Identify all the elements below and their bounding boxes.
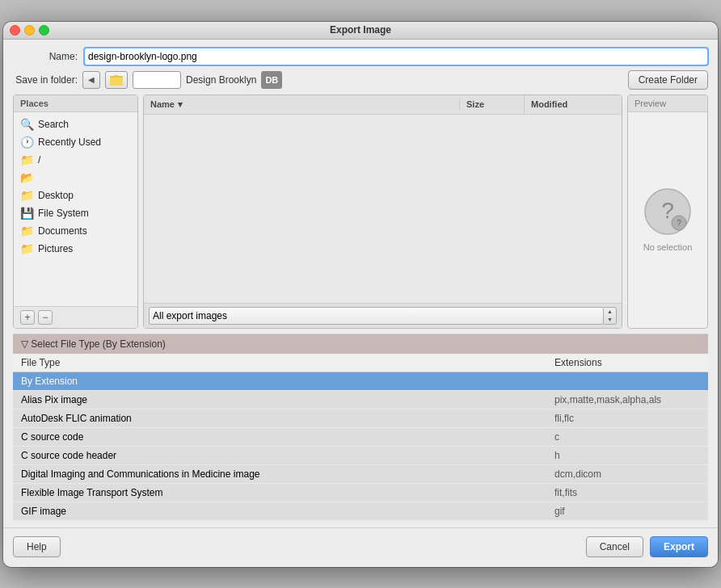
main-panel: Places 🔍 Search 🕐 Recently Used 📁 / [13,94,708,329]
ft-ext-dicom: dcm,dicom [546,465,708,483]
ft-ext-c-source: c [546,428,708,446]
filename-input[interactable] [84,48,708,65]
filetype-row-dicom[interactable]: Digital Imaging and Communications in Me… [13,465,708,484]
search-icon: 🔍 [20,118,34,131]
sidebar-item-documents[interactable]: 📁 Documents [14,222,137,240]
folder-name-display: Design Brooklyn [186,74,256,86]
folder-back-button[interactable]: ◀ [82,71,100,89]
ft-ext-by-extension [546,372,708,390]
places-footer: + − [14,306,137,328]
col-size-header[interactable]: Size [460,95,525,114]
preview-header: Preview [628,95,707,112]
export-button[interactable]: Export [650,536,708,557]
svg-text:?: ? [661,198,674,223]
home-folder-icon: 📂 [20,171,34,184]
svg-text:?: ? [677,219,681,228]
filetype-col-headers: File Type Extensions [13,354,708,372]
col-filetype-label: File Type [13,354,546,372]
add-place-button[interactable]: + [20,310,35,325]
sidebar-item-root[interactable]: 📁 / [14,151,137,169]
filetype-section: ▽ Select File Type (By Extension) File T… [13,334,708,521]
help-button[interactable]: Help [13,536,61,557]
export-image-dialog: Export Image Name: Save in folder: ◀ Des… [3,22,718,567]
no-selection-text: No selection [643,242,693,252]
pictures-icon: 📁 [20,242,34,255]
folder-icon [110,74,123,86]
filetype-header-label: ▽ Select File Type (By Extension) [21,338,166,350]
maximize-button[interactable] [39,25,49,36]
ft-name-c-header: C source code header [13,447,546,464]
places-list: 🔍 Search 🕐 Recently Used 📁 / 📂 [14,112,137,306]
file-browser-panel: Name ▾ Size Modified All export images P… [143,94,622,329]
name-label: Name: [13,51,78,62]
file-footer: All export images PNG image JPEG image T… [144,303,622,328]
filetype-row-gif[interactable]: GIF image gif [13,502,708,521]
window-title: Export Image [330,24,391,36]
folder-icon: 📁 [20,153,34,166]
ft-name-alias-pix: Alias Pix image [13,391,546,409]
ft-ext-autodesk-flic: fli,flc [546,410,708,427]
sidebar-item-search[interactable]: 🔍 Search [14,116,137,133]
preview-body: ? ? No selection [628,112,707,328]
ft-ext-gif: gif [546,502,708,520]
ft-ext-alias-pix: pix,matte,mask,alpha,als [546,391,708,409]
spinner-down[interactable]: ▼ [604,316,616,324]
sidebar-item-filesystem-label: File System [38,208,89,219]
preview-panel: Preview ? ? No selection [627,94,708,329]
folder-icon-button[interactable] [105,71,128,89]
file-header: Name ▾ Size Modified [144,95,622,115]
col-extensions-label: Extensions [546,354,708,372]
recently-used-icon: 🕐 [20,136,34,149]
cancel-button[interactable]: Cancel [586,536,643,557]
spinner-up[interactable]: ▲ [604,308,616,316]
filesystem-icon: 💾 [20,207,34,220]
ft-name-by-extension: By Extension [13,372,546,390]
create-folder-button[interactable]: Create Folder [628,70,708,90]
ft-name-fits: Flexible Image Transport System [13,484,546,502]
filetype-rows: By Extension Alias Pix image pix,matte,m… [13,372,708,521]
no-preview-icon: ? ? [643,187,692,236]
filetype-header[interactable]: ▽ Select File Type (By Extension) [13,334,708,354]
sidebar-item-desktop[interactable]: 📁 Desktop [14,187,137,204]
filetype-row-autodesk-flic[interactable]: AutoDesk FLIC animation fli,flc [13,410,708,428]
name-row: Name: [13,48,708,65]
ft-name-c-source: C source code [13,428,546,446]
close-button[interactable] [10,25,20,36]
filetype-row-fits[interactable]: Flexible Image Transport System fit,fits [13,484,708,502]
col-name-header[interactable]: Name ▾ [144,99,460,110]
places-header: Places [14,95,137,112]
sidebar-item-search-label: Search [38,119,69,130]
filetype-row-c-header[interactable]: C source code header h [13,447,708,465]
sidebar-item-recently-used[interactable]: 🕐 Recently Used [14,133,137,151]
bottom-bar: Help Cancel Export [3,527,718,567]
documents-icon: 📁 [20,225,34,237]
sidebar-item-home[interactable]: 📂 [14,169,137,187]
folder-path-input[interactable] [133,71,181,89]
filetype-row-c-source[interactable]: C source code c [13,428,708,447]
filetype-row-by-extension[interactable]: By Extension [13,372,708,391]
sidebar-item-recently-used-label: Recently Used [38,136,101,148]
sidebar-item-root-label: / [38,154,40,166]
ft-ext-c-header: h [546,447,708,464]
sidebar-item-filesystem[interactable]: 💾 File System [14,204,137,222]
sidebar-item-pictures[interactable]: 📁 Pictures [14,240,137,258]
ft-name-autodesk-flic: AutoDesk FLIC animation [13,410,546,427]
file-body [144,115,622,303]
sort-indicator: ▾ [178,99,183,110]
filetype-row-alias-pix[interactable]: Alias Pix image pix,matte,mask,alpha,als [13,391,708,410]
dialog-content: Name: Save in folder: ◀ Design Brooklyn … [3,40,718,527]
filter-spinner[interactable]: ▲ ▼ [604,307,617,325]
remove-place-button[interactable]: − [38,310,53,325]
ft-name-gif: GIF image [13,502,546,520]
minimize-button[interactable] [24,25,35,36]
sidebar-item-desktop-label: Desktop [38,190,74,201]
preview-icon: ? ? [643,187,692,236]
sidebar-item-pictures-label: Pictures [38,243,73,254]
sidebar-item-documents-label: Documents [38,225,87,237]
filter-select[interactable]: All export images PNG image JPEG image T… [149,307,604,325]
folder-label: Save in folder: [13,74,78,86]
folder-badge: DB [261,71,282,89]
folder-row: Save in folder: ◀ Design Brooklyn DB Cre… [13,70,708,90]
col-modified-header[interactable]: Modified [525,95,622,114]
titlebar: Export Image [3,22,718,40]
